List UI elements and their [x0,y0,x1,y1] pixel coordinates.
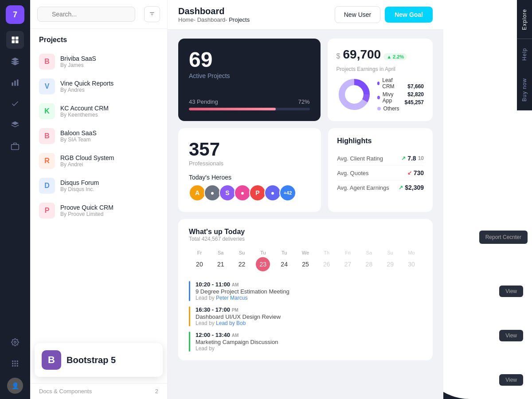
event-border [189,332,190,352]
svg-rect-4 [12,82,13,86]
new-user-button[interactable]: New User [335,6,380,23]
side-tab[interactable]: Help [517,39,532,70]
project-item[interactable]: P Proove Quick CRM By Proove Limited [30,198,167,223]
side-tabs: ExploreHelpBuy now [517,0,532,110]
event-lead-link[interactable]: Lead by Bob [216,320,246,326]
day-number: 26 [320,257,334,271]
event-lead-link[interactable]: Peter Marcus [216,295,247,301]
new-goal-button[interactable]: New Goal [385,7,433,23]
project-by: By Disqus Inc. [60,186,158,192]
side-tab[interactable]: Explore [517,0,532,39]
legend-value: $7,660 [407,83,424,90]
page-title: Dashboard [178,6,250,16]
day-number: 28 [362,257,376,271]
project-by: By James [60,62,158,68]
calendar-day[interactable]: Sa 21 [210,247,231,274]
svg-rect-15 [12,365,13,367]
day-name: Tu [282,250,287,255]
legend-item: Leaf CRM [377,77,399,90]
report-center-button[interactable]: Report Cecnter [479,231,528,244]
legend-dot [377,96,380,99]
calendar-day[interactable]: Fr 20 [189,247,210,274]
bootstrap-icon: B [42,350,61,370]
bootstrap-card[interactable]: B Bootstrap 5 [35,343,163,377]
bootstrap-label: Bootstrap 5 [66,355,116,365]
right-panel: ExploreHelpBuy now Report Cecnter View V… [443,0,532,399]
highlights-card: Highlights Avg. Client Rating ↗ 7.8 10 A… [328,128,433,212]
briefcase-icon[interactable] [6,137,24,155]
view-button-3[interactable]: View [499,374,523,386]
calendar-day[interactable]: Su 22 [231,247,253,274]
earnings-subtitle: Projects Earnings in April [336,66,424,72]
professionals-card: 357 Professionals Today's Heroes A●S●P●+… [178,128,321,212]
legend-item: Mivy App [377,91,399,104]
svg-rect-6 [17,79,18,86]
event-item: 12:00 - 13:40 AM Marketing Campaign Disc… [189,332,422,352]
calendar-day[interactable]: Fri 27 [337,247,359,274]
project-item[interactable]: V Vine Quick Reports By Andres [30,74,167,99]
settings-icon[interactable] [6,333,24,351]
trend-icon: ↗ [399,184,403,191]
layers-icon[interactable] [6,52,24,70]
hero-avatar: A [189,184,206,201]
event-content: 12:00 - 13:40 AM Marketing Campaign Disc… [196,332,422,352]
user-avatar[interactable]: 👤 [7,378,23,394]
project-item[interactable]: D Disqus Forum By Disqus Inc. [30,173,167,198]
calendar-day[interactable]: Th 26 [316,247,337,274]
project-icon: D [39,178,55,194]
event-content: 10:20 - 11:00 AM 9 Degree Project Estima… [196,281,422,301]
highlight-label: Avg. Quotes [337,170,368,176]
highlights-title: Highlights [337,137,424,145]
filter-button[interactable] [144,6,160,22]
footer-label: Docs & Components [39,388,92,395]
highlight-value: ↙ 730 [407,169,424,176]
dashboard-icon[interactable] [6,31,24,49]
calendar-day[interactable]: Sa 28 [359,247,380,274]
events-list: 10:20 - 11:00 AM 9 Degree Project Estima… [189,281,422,352]
project-item[interactable]: R RGB Cloud System By Andrei [30,149,167,173]
event-border [189,281,190,301]
calendar-card: What's up Today Total 424,567 deliveries… [178,219,433,360]
legend-value: $45,257 [405,99,424,106]
svg-rect-5 [14,81,16,86]
trend-icon: ↙ [407,170,412,176]
day-name: Sa [218,250,223,255]
calendar-days[interactable]: Fr 20 Sa 21 Su 22 Tu 23 Tu 24 We 25 Th 2… [189,247,422,274]
event-title: 9 Degree Project Estimation Meeting [196,288,422,295]
event-title: Marketing Campaign Discussion [196,339,422,345]
search-input[interactable] [37,7,135,22]
day-number: 29 [383,257,397,271]
trend-icon: ↗ [401,155,406,161]
check-icon[interactable] [6,95,24,113]
calendar-day[interactable]: We 25 [295,247,316,274]
day-number: 21 [214,257,228,271]
svg-rect-11 [17,360,18,362]
event-ampm: AM [232,282,239,287]
view-button-2[interactable]: View [499,330,523,341]
event-time: 12:00 - 13:40 AM [196,332,422,338]
chart-icon[interactable] [6,74,24,91]
svg-rect-12 [12,363,13,364]
heroes-avatars: A●S●P●+42 [189,184,310,201]
calendar-day[interactable]: Mo 30 [401,247,422,274]
day-name: Sa [366,250,372,255]
project-item[interactable]: B Briviba SaaS By James [30,49,167,74]
left-footer: Docs & Components 2 [30,383,167,399]
user-badge[interactable]: 7 [6,5,24,24]
highlight-label: Avg. Agent Earnings [337,184,389,191]
project-by: By Proove Limited [60,211,158,217]
svg-rect-3 [16,40,19,43]
progress-track [189,108,310,110]
day-number: 30 [404,257,419,271]
side-tab[interactable]: Buy now [517,69,532,110]
stack-icon[interactable] [6,116,24,134]
svg-rect-14 [17,363,18,364]
view-button-1[interactable]: View [499,286,523,297]
calendar-day[interactable]: Su 29 [379,247,401,274]
legend-dot [377,107,381,110]
calendar-day[interactable]: Tu 23 [252,247,274,274]
project-item[interactable]: K KC Account CRM By Keenthemes [30,99,167,124]
calendar-day[interactable]: Tu 24 [274,247,295,274]
grid-small-icon[interactable] [6,355,24,372]
project-item[interactable]: B Baloon SaaS By SIA Team [30,124,167,149]
